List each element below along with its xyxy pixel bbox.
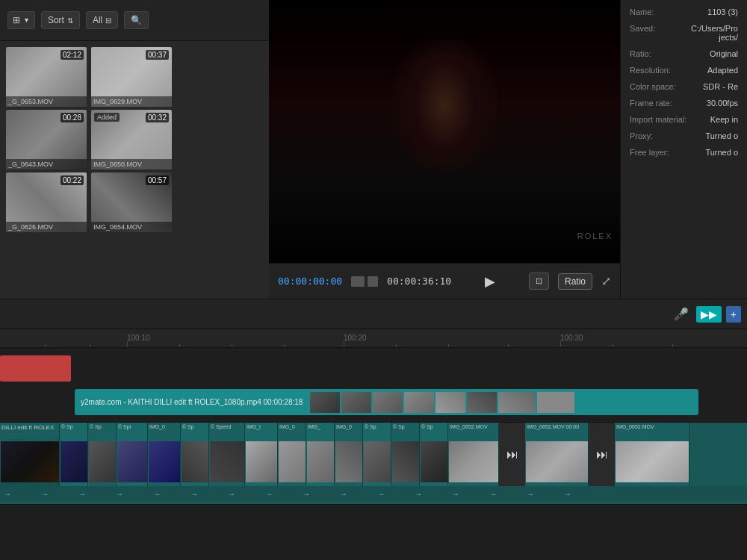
timeline-toolbar: 🎤 ▶▶ + bbox=[0, 299, 747, 329]
media-item-0650[interactable]: Added 00:32 IMG_0650.MOV bbox=[91, 110, 172, 169]
arrow-9: → bbox=[303, 490, 310, 498]
arrow-6: → bbox=[190, 490, 198, 498]
mini-thumb-1 bbox=[310, 392, 340, 413]
media-item-0643[interactable]: 00:28 _G_0643.MOV bbox=[6, 110, 87, 169]
clip-label-4: © Spi bbox=[118, 424, 131, 429]
layout-icon-2[interactable] bbox=[368, 276, 378, 287]
prop-name-row: Name: 1103 (3) bbox=[630, 7, 738, 16]
media-item-0653[interactable]: 02:12 _G_0653.MOV bbox=[6, 47, 87, 107]
clip-item-1[interactable]: DILLI edit ft ROLEX bbox=[0, 423, 60, 486]
clip-item-4[interactable]: © Spi bbox=[117, 423, 148, 486]
clip-label-14: © Sp bbox=[421, 424, 433, 429]
free-layer-label: Free layer: bbox=[630, 148, 689, 157]
arrow-10: → bbox=[340, 490, 347, 498]
time-total: 00:00:36:10 bbox=[387, 276, 451, 287]
clip-label-2: © Sp bbox=[61, 424, 73, 429]
add-track-button[interactable]: + bbox=[726, 306, 741, 323]
clip-item-11[interactable]: IMG_0 bbox=[335, 423, 363, 486]
transition-marker-2[interactable]: ⏭ bbox=[589, 423, 615, 486]
clip-label-6: © Sp bbox=[182, 424, 194, 429]
mic-button[interactable]: 🎤 bbox=[671, 305, 692, 323]
mini-thumb-5 bbox=[436, 392, 465, 413]
ruler-mark-1: 100:10 bbox=[127, 334, 150, 342]
frame-rate-value: 30.00fps bbox=[689, 99, 738, 108]
arrow-12: → bbox=[415, 490, 422, 498]
transition-marker-1[interactable]: ⏭ bbox=[499, 423, 525, 486]
track-row-1: y2mate.com - KAITHI DILLI edit ft ROLEX_… bbox=[0, 348, 747, 423]
preview-controls: 00:00:00:00 00:00:36:10 ▶ ⊡ Ratio ⤢ bbox=[269, 263, 620, 299]
clip-item-0652b[interactable]: IMG_0652.MOV 00:00 bbox=[525, 423, 589, 486]
clip-item-13[interactable]: © Sp bbox=[391, 423, 420, 486]
clip-item-14[interactable]: © Sp bbox=[420, 423, 448, 486]
teal-track-label: y2mate.com - KAITHI DILLI edit ft ROLEX_… bbox=[81, 398, 303, 406]
media-item-0654[interactable]: 00:57 IMG_0654.MOV bbox=[91, 172, 172, 232]
arrow-15: → bbox=[527, 490, 534, 498]
fullscreen-button[interactable]: ⤢ bbox=[601, 274, 611, 288]
main-teal-track[interactable]: y2mate.com - KAITHI DILLI edit ft ROLEX_… bbox=[75, 389, 698, 415]
search-button[interactable]: 🔍 bbox=[124, 11, 149, 29]
track-row-2: DILLI edit ft ROLEX © Sp © Sp © Spi bbox=[0, 423, 747, 505]
filter-icon: ⊟ bbox=[105, 16, 111, 25]
grid-icon: ⊞ bbox=[13, 15, 20, 25]
clip-item-0652c[interactable]: IMG_0652.MOV bbox=[615, 423, 689, 486]
clip-label-8: IMG_I bbox=[247, 424, 261, 429]
prop-saved-row: Saved: C:/Users/Projects/ bbox=[630, 24, 738, 42]
red-clip-block[interactable] bbox=[0, 355, 71, 382]
media-item-0629[interactable]: 00:37 IMG_0629.MOV bbox=[91, 47, 172, 107]
fit-button[interactable]: ⊡ bbox=[529, 273, 549, 290]
arrow-1: → bbox=[4, 490, 11, 498]
sort-icon: ⇅ bbox=[67, 16, 73, 25]
proxy-label: Proxy: bbox=[630, 131, 689, 140]
arrow-8: → bbox=[265, 490, 273, 498]
arrow-3: → bbox=[78, 490, 86, 498]
clip-item-0652a[interactable]: IMG_0652.MOV bbox=[448, 423, 499, 486]
clip-item-9[interactable]: IMG_0 bbox=[278, 423, 306, 486]
arrow-14: → bbox=[489, 490, 497, 498]
prop-freelayer-row: Free layer: Turned o bbox=[630, 148, 738, 157]
transition-icon-2: ⏭ bbox=[596, 448, 608, 461]
clip-item-6[interactable]: © Sp bbox=[181, 423, 209, 486]
frame-rate-label: Frame rate: bbox=[630, 99, 689, 108]
transition-icon-1: ⏭ bbox=[506, 448, 518, 461]
grid-view-button[interactable]: ⊞ ▼ bbox=[7, 11, 35, 29]
prop-proxy-row: Proxy: Turned o bbox=[630, 131, 738, 140]
ratio-label: Ratio: bbox=[630, 49, 689, 58]
search-icon: 🔍 bbox=[131, 15, 142, 25]
teal-track-thumbnails bbox=[310, 392, 574, 413]
clip-item-2[interactable]: © Sp bbox=[60, 423, 88, 486]
layout-icons bbox=[351, 276, 378, 287]
media-item-0626[interactable]: 00:22 _G_0626.MOV bbox=[6, 172, 87, 232]
all-label: All bbox=[93, 15, 102, 25]
filename-label: IMG_0650.MOV bbox=[91, 159, 172, 169]
import-value: Keep in bbox=[689, 115, 738, 124]
prop-framerate-row: Frame rate: 30.00fps bbox=[630, 99, 738, 108]
name-label: Name: bbox=[630, 7, 689, 16]
ruler-mark-3: 100:30 bbox=[560, 334, 583, 342]
duration-badge: 00:37 bbox=[146, 50, 169, 60]
duration-badge: 00:32 bbox=[146, 113, 169, 122]
video-track-icon: ▶▶ bbox=[701, 308, 717, 320]
sort-button[interactable]: Sort ⇅ bbox=[41, 11, 80, 29]
media-panel: 02:12 _G_0653.MOV 00:37 IMG_0629.MOV 00:… bbox=[0, 41, 269, 299]
clip-item-8[interactable]: IMG_I bbox=[245, 423, 278, 486]
clip-item-12[interactable]: © Sp bbox=[363, 423, 391, 486]
add-track-icon: + bbox=[731, 308, 737, 320]
name-value: 1103 (3) bbox=[689, 7, 738, 16]
mini-thumb-end bbox=[537, 392, 574, 413]
clip-item-10[interactable]: IMG_ bbox=[306, 423, 335, 486]
clip-label-1: DILLI edit ft ROLEX bbox=[1, 424, 54, 431]
clip-item-5[interactable]: IMG_0 bbox=[148, 423, 181, 486]
all-filter-button[interactable]: All ⊟ bbox=[86, 11, 118, 29]
preview-panel: ROLEX 00:00:00:00 00:00:36:10 ▶ ⊡ Ratio … bbox=[269, 0, 620, 299]
saved-label: Saved: bbox=[630, 24, 689, 33]
play-button[interactable]: ▶ bbox=[460, 270, 520, 293]
clip-item-7[interactable]: © Speed bbox=[209, 423, 245, 486]
prop-resolution-row: Resolution: Adapted bbox=[630, 66, 738, 75]
arrow-5: → bbox=[153, 490, 161, 498]
ratio-button[interactable]: Ratio bbox=[558, 273, 592, 290]
video-track-button[interactable]: ▶▶ bbox=[696, 306, 722, 323]
properties-panel: Name: 1103 (3) Saved: C:/Users/Projects/… bbox=[620, 0, 747, 299]
layout-icon-1[interactable] bbox=[351, 276, 365, 287]
mini-thumb-2 bbox=[341, 392, 371, 413]
clip-item-3[interactable]: © Sp bbox=[88, 423, 117, 486]
